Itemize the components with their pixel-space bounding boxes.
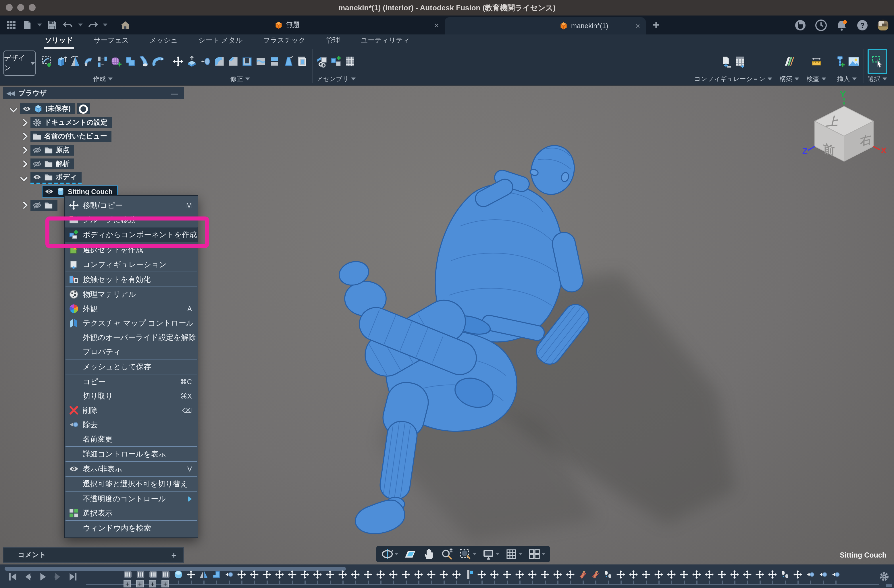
- menu-item-不透明度のコントロール[interactable]: 不透明度のコントロール: [65, 492, 198, 506]
- timeline-feature-plane-suppressed[interactable]: [591, 570, 600, 586]
- timeline-feature-move[interactable]: [730, 570, 739, 586]
- measure-icon[interactable]: [810, 53, 823, 70]
- close-tab-icon[interactable]: ×: [434, 20, 439, 30]
- timeline-feature-move[interactable]: [515, 570, 524, 586]
- expand-group-icon[interactable]: +: [136, 580, 143, 587]
- ribbon-group-label[interactable]: コンフィギュレーション: [694, 75, 765, 83]
- timeline-feature-move[interactable]: [566, 570, 575, 586]
- home-icon[interactable]: [119, 19, 131, 31]
- visibility-on-icon[interactable]: [45, 187, 53, 196]
- timeline-feature-marker[interactable]: [465, 570, 473, 586]
- chevron-down-icon[interactable]: [882, 77, 887, 80]
- grid-layout-icon[interactable]: [505, 548, 522, 561]
- timeline-feature-move[interactable]: [187, 570, 195, 586]
- timeline-feature-move[interactable]: [402, 570, 410, 586]
- pan-icon[interactable]: [422, 548, 435, 561]
- timeline-feature-move[interactable]: [452, 570, 461, 586]
- browser-row-解析[interactable]: 解析: [21, 158, 192, 169]
- skip-end-button[interactable]: [68, 572, 77, 582]
- insert-fastener-icon[interactable]: [834, 53, 846, 70]
- sweep-icon[interactable]: [83, 53, 95, 70]
- timeline-feature-cylinder-feature[interactable]: [781, 570, 790, 586]
- timeline-feature-group[interactable]: +: [136, 570, 145, 586]
- document-tab-1[interactable]: 無題 ×: [244, 15, 445, 35]
- play-button[interactable]: [38, 572, 48, 582]
- construction-plane-icon[interactable]: [783, 53, 796, 70]
- timeline-feature-move[interactable]: [414, 570, 423, 586]
- visibility-on-icon[interactable]: [23, 104, 31, 113]
- menu-item-テクスチャ マップ コントロール[interactable]: テクスチャ マップ コントロール: [65, 316, 198, 330]
- timeline-feature-move[interactable]: [250, 570, 258, 586]
- chevron-down-icon[interactable]: [473, 553, 476, 555]
- visibility-off-icon[interactable]: [33, 146, 41, 154]
- browser-node-label[interactable]: (未保存): [45, 104, 71, 114]
- timeline-feature-move[interactable]: [376, 570, 385, 586]
- menu-item-削除[interactable]: 削除⌫: [65, 403, 198, 418]
- chevron-down-icon[interactable]: [496, 553, 499, 555]
- timeline-feature-move[interactable]: [705, 570, 714, 586]
- ribbon-tab-サーフェス[interactable]: サーフェス: [92, 34, 130, 49]
- move-copy-icon[interactable]: [172, 53, 184, 70]
- add-comment-button[interactable]: +: [171, 550, 177, 560]
- browser-row-ボディ[interactable]: ボディ: [21, 172, 192, 183]
- insert-canvas-icon[interactable]: [847, 53, 860, 70]
- create-sketch-icon[interactable]: [41, 53, 54, 70]
- timeline-feature-move[interactable]: [313, 570, 322, 586]
- fillet-icon[interactable]: [213, 53, 226, 70]
- timeline-feature-move[interactable]: [326, 570, 334, 586]
- timeline-feature-move[interactable]: [755, 570, 764, 586]
- thicken-icon[interactable]: [268, 53, 281, 70]
- browser-node-label[interactable]: 解析: [56, 159, 69, 169]
- split-body-icon[interactable]: [255, 53, 267, 70]
- document-tab-2[interactable]: manekin*(1) ×: [445, 17, 646, 35]
- look-at-icon[interactable]: [404, 548, 417, 561]
- timeline-feature-group[interactable]: +: [124, 570, 132, 586]
- menu-item-プロパティ[interactable]: プロパティ: [65, 345, 198, 359]
- timeline-feature-move[interactable]: [338, 570, 347, 586]
- browser-node-label[interactable]: 名前の付いたビュー: [44, 131, 107, 141]
- draft-icon[interactable]: [282, 53, 295, 70]
- pattern-icon[interactable]: [97, 53, 109, 70]
- collapse-panel-icon[interactable]: ◀◀: [6, 90, 14, 97]
- redo-menu-caret[interactable]: [103, 24, 107, 26]
- menu-item-名前変更[interactable]: 名前変更: [65, 432, 198, 446]
- visibility-off-icon[interactable]: [33, 160, 41, 168]
- ribbon-tab-ソリッド[interactable]: ソリッド: [44, 34, 74, 49]
- press-pull-icon[interactable]: [186, 53, 198, 70]
- timeline-scrollbar-corner[interactable]: [886, 584, 892, 587]
- timeline-feature-move[interactable]: [667, 570, 676, 586]
- timeline-feature-move[interactable]: [364, 570, 372, 586]
- browser-row-名前の付いたビュー[interactable]: 名前の付いたビュー: [21, 131, 192, 142]
- browser-node-label[interactable]: ボディ: [56, 172, 77, 182]
- timeline-feature-move[interactable]: [541, 570, 549, 586]
- chevron-down-icon[interactable]: [245, 77, 250, 80]
- timeline-feature-move[interactable]: [528, 570, 537, 586]
- timeline-feature-move[interactable]: [629, 570, 638, 586]
- timeline-feature-move[interactable]: [503, 570, 511, 586]
- undo-menu-caret[interactable]: [78, 24, 83, 26]
- undo-icon[interactable]: [62, 19, 74, 31]
- chevron-down-icon[interactable]: [794, 77, 799, 80]
- timeline-feature-move[interactable]: [553, 570, 562, 586]
- expand-group-icon[interactable]: +: [124, 580, 131, 587]
- timeline-feature-sphere[interactable]: [174, 570, 183, 586]
- timeline-feature-move[interactable]: [654, 570, 663, 586]
- timeline-feature-move[interactable]: [717, 570, 726, 586]
- menu-item-除去[interactable]: 除去: [65, 418, 198, 432]
- select-icon[interactable]: [868, 49, 887, 74]
- ribbon-tab-ユーティリティ[interactable]: ユーティリティ: [360, 34, 411, 49]
- comments-panel[interactable]: コメント +: [3, 547, 184, 563]
- minimize-button[interactable]: [17, 4, 24, 11]
- close-tab-icon[interactable]: ×: [636, 21, 640, 30]
- expand-group-icon[interactable]: +: [149, 580, 156, 587]
- timeline-feature-move[interactable]: [301, 570, 309, 586]
- workspace-selector[interactable]: デザイン: [3, 51, 36, 76]
- step-forward-button[interactable]: [53, 572, 63, 582]
- menu-item-外観のオーバーライド設定を解除[interactable]: 外観のオーバーライド設定を解除: [65, 330, 198, 345]
- chevron-down-icon[interactable]: [20, 174, 27, 181]
- close-button[interactable]: [6, 4, 13, 11]
- shell-icon[interactable]: [241, 53, 254, 70]
- new-tab-button[interactable]: +: [653, 18, 659, 32]
- timeline-feature-group[interactable]: +: [162, 570, 170, 586]
- replace-face-icon[interactable]: [296, 53, 308, 70]
